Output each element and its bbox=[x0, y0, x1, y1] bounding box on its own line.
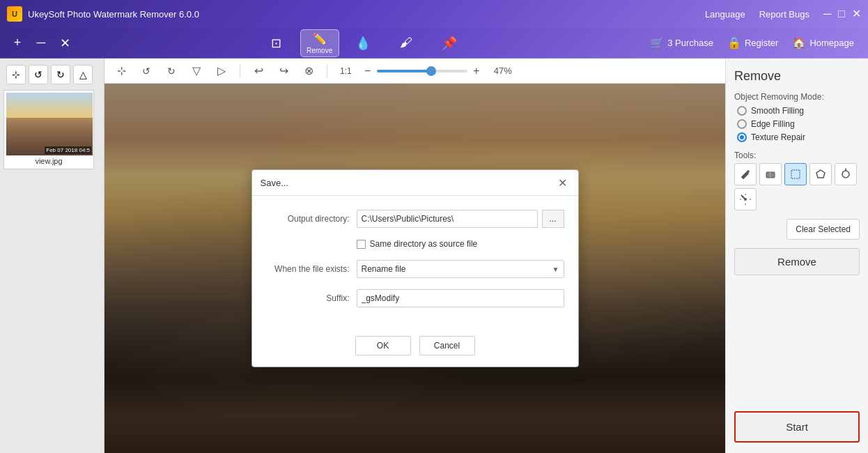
rotate-ccw2-button[interactable]: ↺ bbox=[137, 61, 156, 81]
remove-button[interactable]: Remove bbox=[734, 248, 860, 275]
when-file-exists-select[interactable]: Rename file ▼ bbox=[357, 260, 564, 278]
zoom-slider-container: − + bbox=[362, 65, 483, 77]
magic-wand-tool-button[interactable] bbox=[734, 188, 757, 210]
suffix-row: Suffix: bbox=[266, 289, 564, 307]
svg-point-4 bbox=[842, 171, 849, 178]
canvas-area[interactable]: Save... ✕ Output directory: ... bbox=[104, 84, 725, 453]
minimize-button[interactable]: ─ bbox=[823, 8, 831, 20]
register-nav-item[interactable]: 🔒 Register bbox=[727, 36, 778, 49]
same-dir-label: Same directory as source file bbox=[370, 239, 478, 249]
title-nav: Language Report Bugs bbox=[705, 9, 809, 20]
homepage-nav-item[interactable]: 🏠 Homepage bbox=[792, 36, 854, 49]
zoom-out-button[interactable]: − bbox=[362, 65, 374, 77]
rotate-cw-button[interactable]: ↻ bbox=[51, 65, 70, 84]
cancel-button[interactable]: Cancel bbox=[419, 336, 475, 355]
zoom-ratio-label: 1:1 bbox=[336, 66, 356, 76]
output-dir-control: ... bbox=[357, 210, 564, 228]
texture-repair-label: Texture Repair bbox=[751, 132, 805, 142]
transform-tool-button[interactable]: ⊹ bbox=[111, 61, 131, 81]
zoom-in-button[interactable]: + bbox=[470, 65, 483, 77]
undo-button[interactable]: ↩ bbox=[249, 61, 268, 81]
purchase-nav-item[interactable]: 🛒 3 Purchase bbox=[650, 36, 713, 49]
remove-file-button[interactable]: ─ bbox=[31, 33, 52, 54]
edge-filling-radio[interactable] bbox=[737, 119, 747, 129]
texture-repair-option[interactable]: Texture Repair bbox=[737, 132, 860, 142]
zoom-track bbox=[377, 70, 431, 72]
edge-filling-option[interactable]: Edge Filling bbox=[737, 119, 860, 129]
menu-bar: + ─ ✕ ⊡ ✏️ Remove 💧 🖌 📌 🛒 3 Purchase bbox=[0, 28, 868, 59]
report-bugs-link[interactable]: Report Bugs bbox=[759, 9, 809, 20]
smooth-filling-label: Smooth Filling bbox=[751, 106, 804, 116]
polygon-icon bbox=[814, 168, 827, 181]
redo-button[interactable]: ↪ bbox=[274, 61, 293, 81]
smooth-filling-radio[interactable] bbox=[737, 106, 747, 116]
start-button[interactable]: Start bbox=[734, 411, 860, 443]
brush-icon: 🖌 bbox=[400, 36, 412, 50]
flip-h2-button[interactable]: ▷ bbox=[212, 61, 231, 81]
drop-tool-button[interactable]: 💧 bbox=[343, 29, 382, 57]
suffix-control bbox=[357, 289, 564, 307]
maximize-button[interactable]: □ bbox=[838, 8, 845, 20]
output-dir-row: Output directory: ... bbox=[266, 210, 564, 228]
remove-tool-button[interactable]: ✏️ Remove bbox=[300, 29, 339, 57]
flip-v-button[interactable]: △ bbox=[73, 65, 93, 84]
crop-tool-button[interactable]: ⊡ bbox=[257, 29, 296, 57]
lasso-tool-button[interactable] bbox=[835, 163, 857, 185]
spin-tool-button[interactable]: ⊹ bbox=[6, 65, 26, 84]
tools-section: Tools: bbox=[734, 151, 860, 210]
modal-title: Save... bbox=[261, 178, 288, 188]
brush-tool-button[interactable]: 🖌 bbox=[387, 29, 426, 57]
image-area: ⊹ ↺ ↻ ▽ ▷ ↩ ↪ ⊗ 1:1 − + 47% bbox=[104, 59, 725, 453]
add-file-button[interactable]: + bbox=[7, 33, 28, 54]
svg-rect-2 bbox=[791, 170, 800, 178]
cancel-edit-button[interactable]: ⊗ bbox=[299, 61, 318, 81]
output-dir-input[interactable] bbox=[357, 210, 538, 228]
lasso-icon bbox=[839, 168, 852, 181]
rect-select-tool-button[interactable] bbox=[784, 163, 807, 185]
language-link[interactable]: Language bbox=[705, 9, 745, 20]
select-arrow-icon: ▼ bbox=[552, 266, 559, 273]
smooth-filling-option[interactable]: Smooth Filling bbox=[737, 106, 860, 116]
rotate-cw2-button[interactable]: ↻ bbox=[162, 61, 181, 81]
left-sidebar: ⊹ ↺ ↻ △ Feb 07 2018 04:5 view.jpg bbox=[0, 59, 104, 453]
tools-grid bbox=[734, 163, 860, 210]
suffix-input[interactable] bbox=[357, 289, 564, 307]
toolbar-center: ⊡ ✏️ Remove 💧 🖌 📌 bbox=[257, 29, 469, 57]
close-button[interactable]: ✕ bbox=[852, 8, 861, 20]
clear-files-button[interactable]: ✕ bbox=[54, 33, 75, 54]
polygon-tool-button[interactable] bbox=[809, 163, 832, 185]
remove-tool-label: Remove bbox=[307, 47, 332, 54]
object-removing-label: Object Removing Mode: bbox=[734, 92, 860, 102]
modal-close-button[interactable]: ✕ bbox=[556, 176, 570, 190]
flip-v2-button[interactable]: ▽ bbox=[187, 61, 206, 81]
zoom-slider[interactable] bbox=[377, 70, 467, 72]
main-layout: ⊹ ↺ ↻ △ Feb 07 2018 04:5 view.jpg ⊹ ↺ ↻ … bbox=[0, 59, 868, 453]
drop-icon: 💧 bbox=[355, 36, 371, 51]
crop-icon: ⊡ bbox=[271, 36, 281, 51]
magic-wand-icon bbox=[739, 193, 752, 206]
browse-button[interactable]: ... bbox=[542, 210, 564, 228]
ok-button[interactable]: OK bbox=[355, 336, 411, 355]
thumbnail-image: Feb 07 2018 04:5 bbox=[6, 93, 93, 155]
pin-tool-button[interactable]: 📌 bbox=[430, 29, 469, 57]
pen-icon bbox=[739, 168, 752, 181]
sidebar-controls: ⊹ ↺ ↻ △ bbox=[3, 62, 100, 87]
zoom-thumb[interactable] bbox=[426, 66, 436, 76]
clear-selected-button[interactable]: Clear Selected bbox=[786, 219, 860, 240]
rotate-ccw-button[interactable]: ↺ bbox=[29, 65, 48, 84]
file-thumbnail[interactable]: Feb 07 2018 04:5 view.jpg bbox=[3, 90, 94, 169]
thumbnail-filename: view.jpg bbox=[6, 155, 91, 167]
eraser-tool-button[interactable] bbox=[759, 163, 782, 185]
same-dir-row: Same directory as source file bbox=[357, 239, 564, 249]
homepage-label: Homepage bbox=[809, 38, 854, 48]
rect-select-icon bbox=[789, 168, 802, 181]
app-logo: U bbox=[7, 6, 22, 22]
pen-tool-button[interactable] bbox=[734, 163, 757, 185]
output-dir-label: Output directory: bbox=[266, 214, 357, 224]
modal-header: Save... ✕ bbox=[252, 170, 578, 196]
same-dir-checkbox[interactable] bbox=[357, 240, 366, 249]
right-panel: Remove Object Removing Mode: Smooth Fill… bbox=[725, 59, 868, 453]
when-file-exists-row: When the file exists: Rename file ▼ bbox=[266, 260, 564, 278]
texture-repair-radio[interactable] bbox=[737, 132, 747, 142]
purchase-label: 3 Purchase bbox=[667, 38, 713, 48]
